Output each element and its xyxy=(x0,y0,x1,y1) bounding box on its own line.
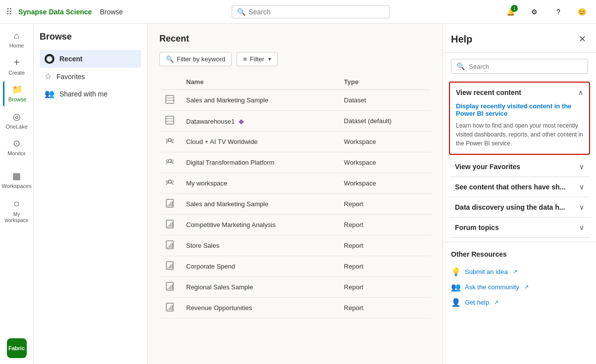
help-desc-view-recent: Learn how to find and open your most rec… xyxy=(456,121,583,148)
external-link-icon-community: ↗ xyxy=(524,284,529,290)
table-row[interactable]: Corporate Spend Report xyxy=(159,256,431,277)
row-type-cell: Dataset (default) xyxy=(338,111,431,132)
ask-community-link[interactable]: 👥 Ask the community ↗ xyxy=(451,279,588,295)
help-accordion-view-recent[interactable]: View recent content ∧ xyxy=(450,83,589,102)
help-section-data-discovery: Data discovery using the data h... ∨ xyxy=(449,197,590,218)
sidebar-label-browse: Browse xyxy=(8,96,27,103)
sidebar-item-home[interactable]: ⌂ Home xyxy=(3,28,31,52)
sidebar-label-home: Home xyxy=(9,43,24,49)
sidebar-item-create[interactable]: + Create xyxy=(3,54,31,79)
filter-by-keyword-button[interactable]: 🔍 Filter by keyword xyxy=(159,52,232,66)
get-help-link[interactable]: 👤 Get help ↗ xyxy=(451,295,588,310)
row-type-cell: Report xyxy=(338,298,431,318)
row-icon-cell xyxy=(159,256,180,277)
table-row[interactable]: Competitive Marketing Analysis Report xyxy=(159,215,431,235)
global-search-input[interactable] xyxy=(248,8,385,16)
table-row[interactable]: My workspace Workspace xyxy=(159,173,431,194)
create-icon: + xyxy=(14,57,20,68)
table-row[interactable]: Sales and Marketing Sample Report xyxy=(159,194,431,215)
row-type-cell: Report xyxy=(338,277,431,298)
filter-by-keyword-label: Filter by keyword xyxy=(177,55,225,63)
row-icon-cell xyxy=(159,235,180,256)
submit-idea-label: Submit an idea xyxy=(465,268,508,275)
chevron-down-icon-favorites: ∨ xyxy=(579,163,584,171)
help-section-forum: Forum topics ∨ xyxy=(449,218,590,238)
settings-button[interactable]: ⚙ xyxy=(527,4,543,20)
row-icon-cell xyxy=(159,215,180,235)
sidebar-item-workspaces[interactable]: ▦ Workspaces xyxy=(3,168,31,192)
row-icon-cell xyxy=(159,90,180,111)
sidebar-label-monitor: Monitor xyxy=(7,150,26,157)
user-circle-icon: 😊 xyxy=(578,8,586,16)
table-row[interactable]: Sales and Marketing Sample Dataset xyxy=(159,90,431,111)
help-accordion-data-discovery[interactable]: Data discovery using the data h... ∨ xyxy=(449,197,590,217)
help-accordion-title-shared: See content that others have sh... xyxy=(455,183,565,191)
main-layout: ⌂ Home + Create 📁 Browse ◎ OneLake ⊙ Mon… xyxy=(0,24,596,364)
fabric-label: Fabric xyxy=(8,345,25,351)
row-type-cell: Report xyxy=(338,235,431,256)
help-search-input[interactable] xyxy=(469,63,583,70)
sidebar-item-myworkspace[interactable]: ○ Myworkspace xyxy=(3,194,31,227)
table-row[interactable]: Regional Sales Sample Report xyxy=(159,277,431,298)
account-button[interactable]: 😊 xyxy=(574,4,590,20)
row-icon-cell xyxy=(159,152,180,173)
row-icon-cell xyxy=(159,111,180,132)
row-type-cell: Report xyxy=(338,256,431,277)
diamond-badge: ◆ xyxy=(237,117,244,125)
external-link-icon: ↗ xyxy=(513,269,517,275)
table-row[interactable]: Revenue Opportunities Report xyxy=(159,298,431,318)
grid-icon[interactable]: ⠿ xyxy=(6,6,12,17)
favorites-icon: ☆ xyxy=(45,72,51,81)
monitor-icon: ⊙ xyxy=(13,138,20,149)
arrow-indicator xyxy=(34,51,36,66)
filter-button[interactable]: ≡ Filter ▾ xyxy=(237,52,277,66)
help-accordion-title-forum: Forum topics xyxy=(455,224,499,231)
table-row[interactable]: Digital Transformation Platform Workspac… xyxy=(159,152,431,173)
table-row[interactable]: Datawarehouse1 ◆ Dataset (default) xyxy=(159,111,431,132)
browse-nav-favorites[interactable]: ☆ Favorites xyxy=(40,68,141,85)
row-icon-cell xyxy=(159,194,180,215)
help-button[interactable]: ? xyxy=(550,4,566,20)
notifications-button[interactable]: 🔔 1 xyxy=(503,4,519,20)
table-row[interactable]: Store Sales Report xyxy=(159,235,431,256)
gear-icon: ⚙ xyxy=(531,8,538,16)
help-accordion-shared[interactable]: See content that others have sh... ∨ xyxy=(449,177,590,197)
get-help-icon: 👤 xyxy=(451,298,461,307)
community-icon: 👥 xyxy=(451,282,461,292)
chevron-up-icon: ∧ xyxy=(578,89,583,96)
browse-nav-sharedwithme[interactable]: 👥 Shared with me xyxy=(40,85,141,102)
sidebar-item-monitor[interactable]: ⊙ Monitor xyxy=(3,135,31,160)
home-icon: ⌂ xyxy=(14,31,19,41)
browse-icon: 📁 xyxy=(12,84,23,95)
sidebar-item-onelake[interactable]: ◎ OneLake xyxy=(3,108,31,133)
help-search-icon: 🔍 xyxy=(456,62,465,70)
table-row[interactable]: Cloud + AI TV Worldwide Workspace xyxy=(159,132,431,152)
row-name-cell: Cloud + AI TV Worldwide xyxy=(180,132,338,152)
help-search-bar[interactable]: 🔍 xyxy=(451,59,588,74)
col-type-header: Type xyxy=(338,74,431,90)
help-accordion-favorites[interactable]: View your Favorites ∨ xyxy=(449,157,590,177)
lightbulb-icon: 💡 xyxy=(451,267,461,276)
row-name-cell: My workspace xyxy=(180,173,338,194)
browse-sidebar: Browse 🕐 Recent ☆ Favorites 👥 xyxy=(34,24,148,364)
row-type-cell: Workspace xyxy=(338,132,431,152)
help-link-view-recent[interactable]: Display recently visited content in the … xyxy=(456,102,583,117)
chevron-down-icon-data-discovery: ∨ xyxy=(579,203,584,211)
ask-community-label: Ask the community xyxy=(465,283,519,291)
svg-rect-5 xyxy=(166,116,174,124)
col-icon-header xyxy=(159,74,180,90)
help-close-button[interactable]: ✕ xyxy=(577,32,588,46)
browse-link[interactable]: Browse xyxy=(100,8,123,16)
recent-clock-icon: 🕐 xyxy=(45,54,54,64)
help-accordion-forum[interactable]: Forum topics ∨ xyxy=(449,218,590,237)
browse-nav-recent[interactable]: 🕐 Recent xyxy=(40,50,141,68)
svg-point-11 xyxy=(168,159,171,162)
sidebar-item-browse[interactable]: 📁 Browse xyxy=(3,81,31,106)
global-search-bar[interactable]: 🔍 xyxy=(232,5,390,18)
help-section-favorites: View your Favorites ∨ xyxy=(449,157,590,177)
fabric-button[interactable]: Fabric xyxy=(7,338,27,358)
browse-nav-recent-label: Recent xyxy=(59,55,83,63)
submit-idea-link[interactable]: 💡 Submit an idea ↗ xyxy=(451,264,588,279)
row-name-cell: Sales and Marketing Sample xyxy=(180,194,338,215)
row-type-cell: Workspace xyxy=(338,173,431,194)
